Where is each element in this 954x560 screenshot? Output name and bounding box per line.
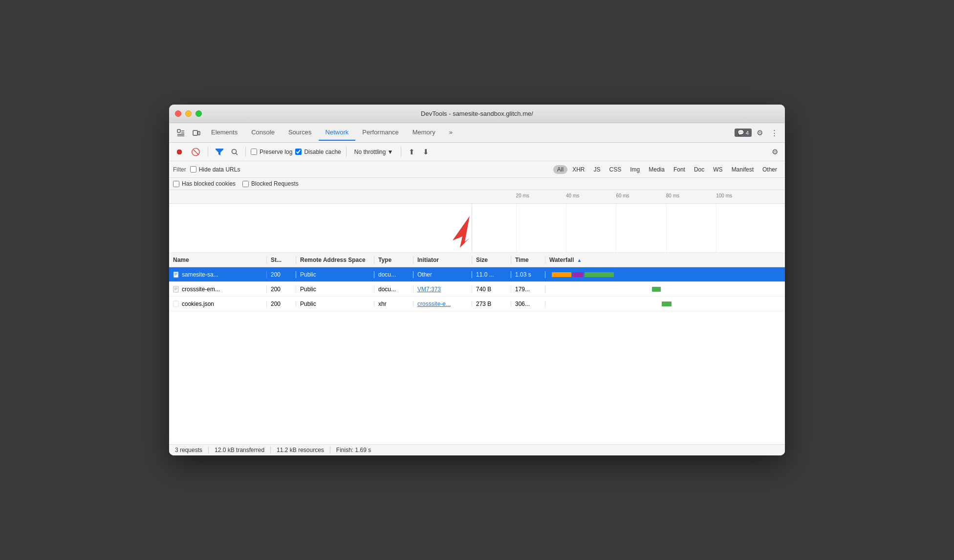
has-blocked-cookies-label[interactable]: Has blocked cookies xyxy=(173,180,236,187)
row-name-cell: cookies.json xyxy=(169,301,267,307)
disable-cache-checkbox[interactable] xyxy=(295,149,302,155)
gridline-3 xyxy=(616,204,616,252)
filter-type-font[interactable]: Font xyxy=(670,165,689,174)
filter-type-media[interactable]: Media xyxy=(645,165,669,174)
hide-data-urls-label[interactable]: Hide data URLs xyxy=(190,166,240,173)
filter-button[interactable] xyxy=(213,147,226,157)
tab-network[interactable]: Network xyxy=(319,125,356,141)
col-header-size[interactable]: Size xyxy=(472,257,511,263)
initiator-link[interactable]: crosssite-e... xyxy=(417,301,451,307)
col-header-waterfall[interactable]: Waterfall ▲ xyxy=(545,257,785,263)
close-button[interactable] xyxy=(175,110,181,117)
row-initiator: Other xyxy=(413,271,472,278)
toolbar-divider-4 xyxy=(401,147,401,157)
throttle-button[interactable]: No throttling ▼ xyxy=(351,147,396,157)
tabs-right: 💬 4 ⚙ ⋮ xyxy=(735,127,781,139)
col-header-type[interactable]: Type xyxy=(374,257,413,263)
more-options-button[interactable]: ⋮ xyxy=(768,127,781,139)
blocked-requests-checkbox[interactable] xyxy=(242,181,249,187)
row-time: 1.03 s xyxy=(511,271,545,278)
blocked-bar: Has blocked cookies Blocked Requests xyxy=(169,178,785,190)
window-title: DevTools - samesite-sandbox.glitch.me/ xyxy=(421,110,533,117)
upload-button[interactable]: ⬆ xyxy=(406,146,417,158)
tab-console[interactable]: Console xyxy=(244,125,282,141)
row-initiator[interactable]: VM7:373 xyxy=(413,286,472,293)
tab-elements[interactable]: Elements xyxy=(204,125,244,141)
download-button[interactable]: ⬇ xyxy=(420,146,432,158)
row-initiator[interactable]: crosssite-e... xyxy=(413,301,472,307)
col-header-initiator[interactable]: Initiator xyxy=(413,257,472,263)
element-picker-button[interactable] xyxy=(173,126,189,140)
row-time: 179... xyxy=(511,286,545,293)
status-requests: 3 requests xyxy=(175,447,202,453)
svg-rect-9 xyxy=(173,286,178,292)
clear-button[interactable]: 🚫 xyxy=(189,146,203,158)
notification-badge: 💬 4 xyxy=(735,129,752,137)
initiator-link[interactable]: VM7:373 xyxy=(417,286,441,293)
filter-type-css[interactable]: CSS xyxy=(606,165,626,174)
filter-type-js[interactable]: JS xyxy=(590,165,605,174)
badge-count: 4 xyxy=(746,130,749,136)
table-header: Name St... Remote Address Space Type Ini… xyxy=(169,253,785,267)
row-status: 200 xyxy=(267,271,296,278)
svg-rect-1 xyxy=(193,130,197,135)
record-button[interactable]: ⏺ xyxy=(173,146,186,158)
col-header-status[interactable]: St... xyxy=(267,257,296,263)
gridline-1 xyxy=(516,204,517,252)
filter-type-ws[interactable]: WS xyxy=(709,165,726,174)
table-row[interactable]: crosssite-em... 200 Public docu... VM7:3… xyxy=(169,282,785,297)
network-settings-button[interactable]: ⚙ xyxy=(769,146,781,158)
waterfall-seg-purple xyxy=(572,272,583,277)
maximize-button[interactable] xyxy=(195,110,202,117)
blocked-requests-label[interactable]: Blocked Requests xyxy=(242,180,299,187)
filter-type-all[interactable]: All xyxy=(553,165,567,174)
filter-type-xhr[interactable]: XHR xyxy=(568,165,588,174)
filter-type-img[interactable]: Img xyxy=(626,165,644,174)
timeline-tick-100: 100 ms xyxy=(716,193,732,198)
traffic-lights xyxy=(175,110,202,117)
tabs-bar: Elements Console Sources Network Perform… xyxy=(169,123,785,143)
device-toolbar-button[interactable] xyxy=(189,126,204,140)
preserve-log-label[interactable]: Preserve log xyxy=(251,149,292,155)
preserve-log-text: Preserve log xyxy=(260,149,292,155)
timeline-tick-80: 80 ms xyxy=(666,193,679,198)
disable-cache-label[interactable]: Disable cache xyxy=(295,149,341,155)
toolbar-right: ⚙ xyxy=(769,146,781,158)
status-bar: 3 requests 12.0 kB transferred 11.2 kB r… xyxy=(169,444,785,455)
tab-memory[interactable]: Memory xyxy=(406,125,442,141)
toolbar-divider-2 xyxy=(245,147,246,157)
col-header-remote[interactable]: Remote Address Space xyxy=(296,257,374,263)
row-remote: Public xyxy=(296,301,374,307)
status-finish: Finish: 1.69 s xyxy=(336,447,371,453)
col-header-time[interactable]: Time xyxy=(511,257,545,263)
tab-performance[interactable]: Performance xyxy=(355,125,405,141)
file-icon xyxy=(173,286,180,293)
tab-sources[interactable]: Sources xyxy=(282,125,319,141)
search-button[interactable] xyxy=(229,147,240,157)
waterfall-chart xyxy=(472,204,785,252)
settings-button[interactable]: ⚙ xyxy=(754,127,766,139)
toolbar-divider-3 xyxy=(346,147,347,157)
filter-bar: Filter Hide data URLs All XHR JS CSS Img… xyxy=(169,161,785,178)
row-name-cell: samesite-sa... xyxy=(169,271,267,278)
table-row[interactable]: samesite-sa... 200 Public docu... Other … xyxy=(169,267,785,282)
waterfall-seg-green-3 xyxy=(662,302,672,306)
waterfall-left xyxy=(169,204,472,252)
row-size: 740 B xyxy=(472,286,511,293)
minimize-button[interactable] xyxy=(185,110,192,117)
col-header-name[interactable]: Name xyxy=(169,257,267,263)
timeline-header: 20 ms 40 ms 60 ms 80 ms 100 ms xyxy=(169,190,785,204)
has-blocked-cookies-checkbox[interactable] xyxy=(173,181,179,187)
blocked-requests-text: Blocked Requests xyxy=(251,180,299,187)
svg-rect-0 xyxy=(177,129,180,132)
hide-data-urls-checkbox[interactable] xyxy=(190,166,196,172)
filter-type-manifest[interactable]: Manifest xyxy=(728,165,758,174)
gridline-4 xyxy=(666,204,667,252)
row-name: cookies.json xyxy=(182,301,214,307)
filter-type-other[interactable]: Other xyxy=(759,165,781,174)
table-row[interactable]: cookies.json 200 Public xhr crosssite-e.… xyxy=(169,297,785,311)
waterfall-seg-green xyxy=(585,272,614,277)
preserve-log-checkbox[interactable] xyxy=(251,149,257,155)
filter-type-doc[interactable]: Doc xyxy=(690,165,708,174)
tab-more[interactable]: » xyxy=(442,125,459,141)
